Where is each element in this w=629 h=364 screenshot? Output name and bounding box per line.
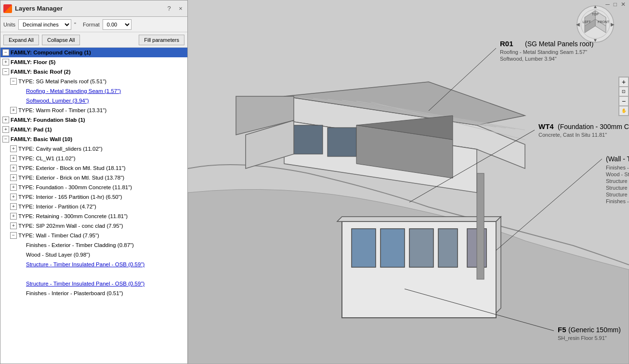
main-close-button[interactable]: ✕	[619, 1, 627, 8]
expander-23[interactable]	[18, 261, 25, 268]
tree-item-25[interactable]: Structure - Timber Insulated Panel - OSB…	[0, 279, 187, 288]
tree-item-9[interactable]: FAMILY: Pad (1)	[0, 125, 187, 134]
tree-item-7[interactable]: TYPE: Warm Roof - Timber (13.31")	[0, 105, 187, 115]
expander-1[interactable]	[2, 49, 9, 56]
tree-item-11[interactable]: TYPE: Cavity wall_sliders (11.02")	[0, 144, 187, 154]
svg-text:LEFT: LEFT	[582, 20, 591, 24]
pan-button[interactable]: ✋	[619, 106, 629, 116]
collapse-all-button[interactable]: Collapse All	[42, 35, 80, 45]
expander-5[interactable]	[18, 88, 25, 94]
units-select[interactable]: Decimal inches	[18, 19, 71, 30]
tree-item-1[interactable]: FAMILY: Compound Ceiling (1)	[0, 48, 187, 57]
svg-rect-5	[438, 229, 458, 267]
expander-15[interactable]	[10, 184, 17, 191]
svg-rect-15	[328, 128, 356, 156]
format-label: Format	[83, 22, 100, 27]
item-label-15: TYPE: Foundation - 300mm Concrete (11.81…	[18, 183, 132, 192]
expander-17[interactable]	[10, 203, 17, 210]
svg-text:(Generic 150mm): (Generic 150mm)	[568, 326, 621, 334]
tree-item-14[interactable]: TYPE: Exterior - Brick on Mtl. Stud (13.…	[0, 173, 187, 182]
expander-4[interactable]	[10, 78, 17, 85]
expander-6[interactable]	[18, 97, 25, 104]
svg-text:F5: F5	[558, 325, 566, 334]
tree-item-16[interactable]: TYPE: Interior - 165 Partition (1-hr) (6…	[0, 192, 187, 202]
svg-text:FRONT: FRONT	[598, 20, 610, 24]
svg-text:WT4: WT4	[538, 122, 554, 130]
item-label-10: FAMILY: Basic Wall (10)	[11, 135, 72, 143]
zoom-in-button[interactable]: +	[619, 77, 629, 87]
expander-11[interactable]	[10, 145, 17, 152]
expander-25[interactable]	[18, 280, 25, 287]
item-label-5: Roofing - Metal Standing Seam (1.57")	[26, 87, 121, 95]
fill-params-button[interactable]: Fill parameters	[139, 35, 184, 45]
format-select[interactable]: 0.00	[103, 19, 131, 30]
tree-item-12[interactable]: TYPE: CL_W1 (11.02")	[0, 154, 187, 163]
help-button[interactable]: ?	[165, 5, 173, 13]
expander-12[interactable]	[10, 155, 17, 162]
item-label-7: TYPE: Warm Roof - Timber (13.31")	[18, 106, 106, 115]
close-button[interactable]: ×	[177, 5, 184, 13]
svg-rect-3	[380, 229, 405, 267]
tree-item-5[interactable]: Roofing - Metal Standing Seam (1.57")	[0, 86, 187, 96]
svg-text:Structure - Timber Insulated P: Structure - Timber Insulated Panel - OSB…	[606, 178, 629, 184]
expand-all-button[interactable]: Expand All	[3, 35, 39, 45]
expander-9[interactable]	[2, 126, 9, 133]
expander-19[interactable]	[10, 222, 17, 229]
tree-item-22[interactable]: Wood - Stud Layer (0.98")	[0, 250, 187, 260]
tree-item-17[interactable]: TYPE: Interior - Partition (4.72")	[0, 202, 187, 211]
expander-13[interactable]	[10, 165, 17, 171]
tree-item-24[interactable]: Structure - Timber Insulated Panel - Ins…	[0, 269, 187, 279]
svg-text:Structure - Timber Insulated P: Structure - Timber Insulated Panel - Ins…	[606, 185, 629, 191]
svg-text:▲: ▲	[593, 5, 598, 9]
app-icon	[3, 4, 12, 13]
item-label-26: Finishes - Interior - Plasterboard (0.51…	[26, 289, 123, 298]
expander-26[interactable]	[18, 290, 25, 297]
item-label-4: TYPE: SG Metal Panels roof (5.51")	[18, 77, 106, 86]
item-label-17: TYPE: Interior - Partition (4.72")	[18, 202, 96, 211]
tree-item-2[interactable]: FAMILY: Floor (5)	[0, 57, 187, 67]
expander-22[interactable]	[18, 251, 25, 258]
expander-10[interactable]	[2, 136, 9, 143]
item-label-23: Structure - Timber Insulated Panel - OSB…	[26, 260, 144, 269]
svg-rect-4	[409, 229, 433, 267]
item-label-16: TYPE: Interior - 165 Partition (1-hr) (6…	[18, 193, 122, 201]
tree-item-8[interactable]: FAMILY: Foundation Slab (1)	[0, 115, 187, 125]
tree-item-26[interactable]: Finishes - Interior - Plasterboard (0.51…	[0, 288, 187, 298]
expander-14[interactable]	[10, 174, 17, 181]
tree-item-20[interactable]: TYPE: Wall - Timber Clad (7.95")	[0, 231, 187, 240]
tree-item-3[interactable]: FAMILY: Basic Roof (2)	[0, 67, 187, 77]
tree-item-15[interactable]: TYPE: Foundation - 300mm Concrete (11.81…	[0, 182, 187, 192]
expander-3[interactable]	[2, 68, 9, 75]
svg-text:R01: R01	[500, 39, 513, 48]
tree-item-21[interactable]: Finishes - Exterior - Timber Cladding (0…	[0, 240, 187, 250]
tree-item-23[interactable]: Structure - Timber Insulated Panel - OSB…	[0, 260, 187, 269]
zoom-fit-button[interactable]: ⊡	[619, 87, 629, 96]
item-label-18: TYPE: Retaining - 300mm Concrete (11.81"…	[18, 212, 128, 221]
svg-text:◀: ◀	[576, 22, 580, 27]
item-label-1: FAMILY: Compound Ceiling (1)	[11, 48, 91, 57]
expander-16[interactable]	[10, 194, 17, 200]
expander-18[interactable]	[10, 213, 17, 220]
svg-text:Wood - Stud Layer 0.98": Wood - Stud Layer 0.98"	[606, 171, 629, 177]
tree-item-13[interactable]: TYPE: Exterior - Block on Mtl. Stud (18.…	[0, 163, 187, 173]
item-label-13: TYPE: Exterior - Block on Mtl. Stud (18.…	[18, 164, 126, 172]
tree-item-4[interactable]: TYPE: SG Metal Panels roof (5.51")	[0, 77, 187, 86]
tree-item-10[interactable]: FAMILY: Basic Wall (10)	[0, 134, 187, 144]
item-label-6: Softwood, Lumber (3.94")	[26, 96, 89, 105]
svg-text:▼: ▼	[593, 38, 598, 43]
tree-item-18[interactable]: TYPE: Retaining - 300mm Concrete (11.81"…	[0, 211, 187, 221]
tree-item-6[interactable]: Softwood, Lumber (3.94")	[0, 96, 187, 105]
navigation-cube[interactable]: TOP LEFT FRONT ▲ ▼ ◀ ▶	[576, 5, 615, 43]
svg-rect-7	[477, 173, 484, 279]
expander-7[interactable]	[10, 107, 17, 114]
expander-24[interactable]	[18, 271, 25, 277]
expander-2[interactable]	[2, 59, 9, 65]
svg-text:Roofing - Metal Standing Seam : Roofing - Metal Standing Seam 1.57"	[500, 49, 587, 55]
zoom-out-button[interactable]: −	[619, 96, 629, 106]
expander-8[interactable]	[2, 117, 9, 123]
expander-20[interactable]	[10, 232, 17, 239]
item-label-9: FAMILY: Pad (1)	[11, 125, 52, 134]
tree-item-19[interactable]: TYPE: SIP 202mm Wall - conc clad (7.95")	[0, 221, 187, 231]
expander-21[interactable]	[18, 242, 25, 248]
item-label-20: TYPE: Wall - Timber Clad (7.95")	[18, 231, 99, 240]
